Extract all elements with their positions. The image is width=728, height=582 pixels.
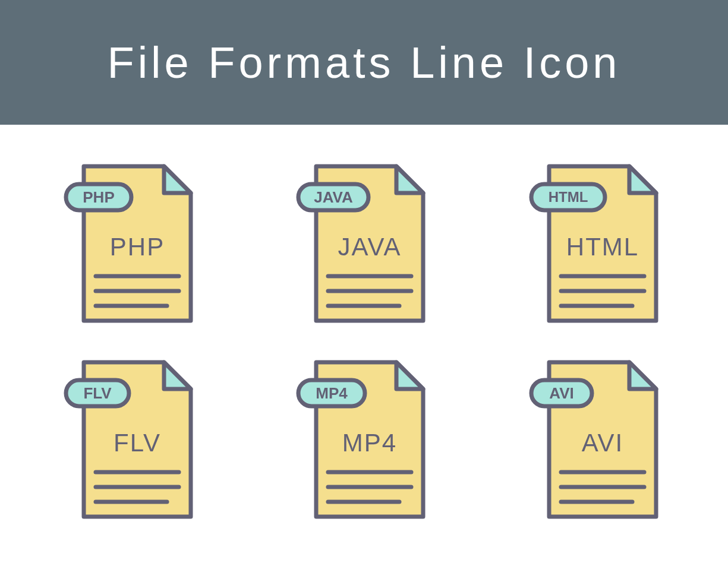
badge-text: AVI — [549, 384, 573, 402]
badge-text: MP4 — [316, 384, 348, 402]
body-text: PHP — [110, 233, 165, 261]
file-icon-flv: FLV FLV — [72, 362, 191, 517]
badge-text: FLV — [83, 384, 112, 402]
body-text: MP4 — [342, 429, 397, 457]
header-bar: File Formats Line Icon — [0, 0, 728, 125]
header-title: File Formats Line Icon — [107, 37, 620, 88]
file-icon-avi: AVI AVI — [537, 362, 656, 517]
file-icon-mp4: MP4 MP4 — [304, 362, 423, 517]
badge-text: JAVA — [314, 188, 354, 206]
body-text: FLV — [114, 429, 161, 457]
icon-grid: PHP PHP JAVA JAVA HTML HTML — [0, 125, 728, 546]
badge-text: PHP — [83, 188, 114, 206]
body-text: JAVA — [338, 233, 402, 261]
badge-text: HTML — [549, 189, 588, 205]
file-icon-html: HTML HTML — [537, 166, 656, 321]
body-text: HTML — [566, 233, 639, 261]
body-text: AVI — [582, 429, 624, 457]
file-icon-java: JAVA JAVA — [304, 166, 423, 321]
file-icon-php: PHP PHP — [72, 166, 191, 321]
